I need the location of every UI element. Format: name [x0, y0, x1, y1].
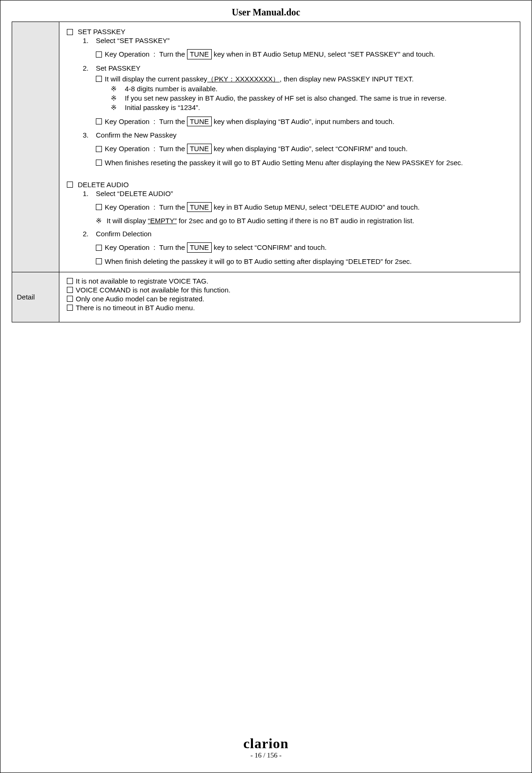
- brand-logo: clarion: [0, 736, 532, 751]
- detail-text: There is no timeout in BT Audio menu.: [76, 304, 195, 312]
- delete-audio-title: DELETE AUDIO: [78, 181, 129, 189]
- key-operation: Key Operation : Turn the TUNE key to sel…: [96, 242, 515, 253]
- finish-text: When finish deleting the passkey it will…: [105, 257, 412, 265]
- checkbox-icon: [67, 278, 73, 284]
- note-text: Initial passkey is “1234”.: [125, 103, 515, 112]
- step-text: Confirm the New Passkey: [96, 131, 515, 139]
- key-op-text: key when displaying “BT Audio”, input nu…: [212, 117, 395, 125]
- checkbox-icon: [96, 204, 102, 210]
- checkbox-icon: [67, 182, 73, 188]
- page-number: - 16 / 156 -: [0, 751, 532, 759]
- inline-text: , then display new PASSKEY INPUT TEXT.: [280, 75, 414, 83]
- tune-key: TUNE: [187, 144, 212, 154]
- pky-placeholder: （PKY：XXXXXXXX）: [207, 75, 280, 83]
- step-text: Set PASSKEY: [96, 64, 515, 72]
- checkbox-icon: [96, 118, 102, 124]
- key-operation: Key Operation : Turn the TUNE key when d…: [96, 117, 515, 127]
- finish-note: When finishes reseting the passkey it wi…: [96, 159, 515, 167]
- note-text: If you set new passkey in BT Audio, the …: [125, 94, 515, 102]
- key-operation: Key Operation : Turn the TUNE key when d…: [96, 144, 515, 154]
- checkbox-icon: [96, 51, 102, 58]
- inline-text: It will display the current passkey: [105, 75, 207, 83]
- note-mark-icon: ※: [111, 94, 125, 102]
- note-mark-icon: ※: [111, 85, 125, 93]
- detail-content: It is not available to registrate VOICE …: [59, 272, 520, 322]
- row1-label: [12, 22, 59, 272]
- finish-note: When finish deleting the passkey it will…: [96, 257, 515, 265]
- set-passkey-heading: SET PASSKEY: [67, 28, 515, 36]
- empty-label: “EMPTY”: [148, 217, 177, 225]
- step-text: Select “SET PASSKEY”: [96, 36, 515, 44]
- checkbox-icon: [96, 146, 102, 152]
- page-footer: clarion - 16 / 156 -: [0, 736, 532, 759]
- finish-text: When finishes reseting the passkey it wi…: [105, 159, 463, 167]
- checkbox-icon: [67, 305, 73, 311]
- key-op-text: Key Operation : Turn the: [105, 145, 187, 153]
- detail-text: VOICE COMAND is not available for this f…: [76, 286, 230, 294]
- row1-content: SET PASSKEY 1. Select “SET PASSKEY” Key …: [59, 22, 520, 272]
- content-table: SET PASSKEY 1. Select “SET PASSKEY” Key …: [12, 22, 520, 322]
- step-number: 1.: [83, 36, 96, 44]
- key-operation: Key Operation : Turn the TUNE key when i…: [96, 49, 515, 59]
- inline-text: It will display: [107, 217, 148, 225]
- key-op-text: key to select “CONFIRM” and touch.: [212, 243, 327, 251]
- checkbox-icon: [96, 160, 102, 166]
- tune-key: TUNE: [187, 117, 212, 127]
- step-number: 3.: [83, 131, 96, 139]
- step-number: 2.: [83, 230, 96, 238]
- checkbox-icon: [67, 296, 73, 302]
- checkbox-icon: [67, 29, 73, 35]
- note-mark-icon: ※: [96, 217, 102, 225]
- key-operation: Key Operation : Turn the TUNE key in BT …: [96, 202, 515, 212]
- key-op-text: Key Operation : Turn the: [105, 50, 187, 58]
- passkey-display-line: It will display the current passkey（PKY：…: [96, 75, 515, 84]
- step-number: 1.: [83, 190, 96, 197]
- checkbox-icon: [67, 287, 73, 293]
- checkbox-icon: [96, 76, 102, 82]
- set-passkey-title: SET PASSKEY: [78, 28, 125, 36]
- step-number: 2.: [83, 64, 96, 72]
- detail-text: Only one Audio model can be registrated.: [76, 295, 204, 303]
- tune-key: TUNE: [187, 202, 212, 212]
- detail-text: It is not available to registrate VOICE …: [76, 277, 208, 285]
- key-op-text: key when displaying “BT Audio”, select “…: [212, 145, 408, 153]
- tune-key: TUNE: [187, 49, 212, 59]
- delete-audio-heading: DELETE AUDIO: [67, 181, 515, 189]
- key-op-text: Key Operation : Turn the: [105, 203, 187, 211]
- step-text: Select “DELETE AUDIO”: [96, 190, 515, 197]
- key-op-text: key in BT Audio Setup MENU, select “DELE…: [212, 203, 420, 211]
- inline-text: for 2sec and go to BT Audio setting if t…: [177, 217, 414, 225]
- note-mark-icon: ※: [111, 103, 125, 112]
- tune-key: TUNE: [187, 242, 212, 253]
- checkbox-icon: [96, 258, 102, 264]
- step-text: Confirm Delection: [96, 230, 515, 238]
- page-title: User Manual.doc: [0, 0, 532, 22]
- checkbox-icon: [96, 245, 102, 251]
- key-op-text: Key Operation : Turn the: [105, 243, 187, 251]
- empty-note: ※It will display “EMPTY” for 2sec and go…: [96, 217, 515, 225]
- key-op-text: key when in BT Audio Setup MENU, select …: [212, 50, 435, 58]
- key-op-text: Key Operation : Turn the: [105, 117, 187, 125]
- detail-label-cell: Detail: [12, 272, 59, 322]
- detail-label: Detail: [17, 293, 35, 301]
- note-text: 4-8 digits number is available.: [125, 85, 515, 93]
